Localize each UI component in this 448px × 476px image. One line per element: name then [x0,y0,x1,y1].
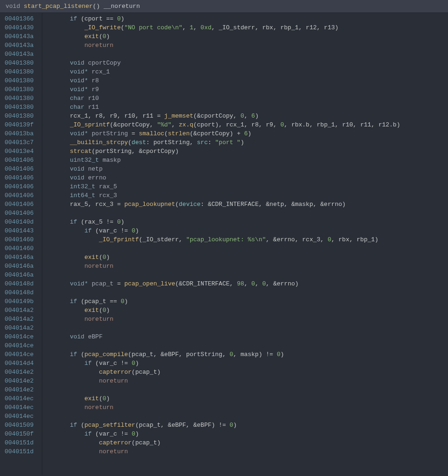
code-line[interactable] [55,288,448,297]
code-line[interactable]: void* rcx_1 [55,67,448,76]
address-line[interactable]: 0040148d [5,279,39,288]
code-line[interactable]: noreturn [55,262,448,271]
code-line[interactable]: void* portString = smalloc(strlen(&cport… [55,129,448,138]
code-area[interactable]: 00401366004014300040143a0040143a0040143a… [0,13,448,475]
code-line[interactable] [55,341,448,350]
address-line[interactable]: 004014a2 [5,315,39,324]
address-line[interactable]: 004014e2 [5,368,39,377]
code-line[interactable]: if (pcap_compile(pcap_t, &eBPF, portStri… [55,350,448,359]
code-line[interactable]: uint32_t maskp [55,156,448,165]
address-line[interactable]: 0040140d [5,218,39,226]
address-line[interactable]: 004014ce [5,341,39,350]
address-line[interactable]: 00401380 [5,76,39,85]
code-line[interactable]: char r10 [55,94,448,103]
address-line[interactable]: 00401460 [5,235,39,244]
code-line[interactable]: void* r8 [55,76,448,85]
address-line[interactable]: 004014ec [5,403,39,412]
address-line[interactable]: 00401406 [5,209,39,218]
code-line[interactable]: __builtin_strcpy(dest: portString, src: … [55,138,448,147]
code-line[interactable]: exit(0) [55,253,448,262]
address-line[interactable]: 00401406 [5,191,39,200]
code-line[interactable] [55,271,448,279]
code-line[interactable]: noreturn [55,315,448,324]
code-line[interactable]: _IO_fwrite("NO port code\n", 1, 0xd, _IO… [55,23,448,32]
code-line[interactable]: void* r9 [55,85,448,94]
address-gutter[interactable]: 00401366004014300040143a0040143a0040143a… [0,13,42,475]
address-line[interactable]: 004014d4 [5,359,39,368]
address-line[interactable]: 0040143a [5,41,39,50]
code-line[interactable]: exit(0) [55,32,448,41]
address-line[interactable]: 004013e4 [5,147,39,156]
address-line[interactable]: 00401380 [5,103,39,112]
code-line[interactable] [55,385,448,394]
address-line[interactable]: 0040151d [5,438,39,447]
address-line[interactable]: 00401380 [5,112,39,120]
address-line[interactable]: 004014ec [5,394,39,403]
code-line[interactable]: capterror(pcap_t) [55,438,448,447]
code-line[interactable]: _IO_sprintf(&cportCopy, "%d", zx.q(cport… [55,120,448,129]
code-line[interactable]: noreturn [55,403,448,412]
address-line[interactable]: 00401460 [5,244,39,253]
code-line[interactable]: char r11 [55,103,448,112]
address-line[interactable]: 004013ba [5,129,39,138]
address-line[interactable]: 00401380 [5,59,39,67]
code-line[interactable]: exit(0) [55,394,448,403]
address-line[interactable]: 0040150f [5,430,39,438]
code-line[interactable]: noreturn [55,377,448,385]
code-line[interactable]: void errno [55,173,448,182]
address-line[interactable]: 00401406 [5,173,39,182]
address-line[interactable]: 0040143a [5,50,39,59]
code-line[interactable]: strcat(portString, &cportCopy) [55,147,448,156]
code-line[interactable]: int32_t rax_5 [55,182,448,191]
code-line[interactable]: void netp [55,165,448,173]
code-line[interactable]: capterror(pcap_t) [55,368,448,377]
address-line[interactable]: 004014a2 [5,324,39,332]
address-line[interactable]: 00401406 [5,200,39,209]
code-line[interactable]: if (var_c != 0) [55,226,448,235]
address-line[interactable]: 0040143a [5,32,39,41]
address-line[interactable]: 00401406 [5,165,39,173]
address-line[interactable]: 0040151d [5,447,39,456]
code-line[interactable]: _IO_fprintf(_IO_stderr, "pcap_lookupnet:… [55,235,448,244]
address-line[interactable]: 00401380 [5,94,39,103]
address-line[interactable]: 00401380 [5,85,39,94]
code-line[interactable] [55,324,448,332]
address-line[interactable]: 0040146a [5,253,39,262]
code-line[interactable]: void* pcap_t = pcap_open_live(&CDR_INTER… [55,279,448,288]
address-line[interactable]: 0040148d [5,288,39,297]
code-line[interactable]: rax_5, rcx_3 = pcap_lookupnet(device: &C… [55,200,448,209]
code-line[interactable]: if (var_c != 0) [55,359,448,368]
address-line[interactable]: 0040146a [5,262,39,271]
code-line[interactable]: void cportCopy [55,59,448,67]
code-line[interactable]: if (pcap_t == 0) [55,297,448,306]
code-line[interactable]: exit(0) [55,306,448,315]
address-line[interactable]: 004014ec [5,412,39,421]
address-line[interactable]: 00401366 [5,14,39,23]
address-line[interactable]: 00401380 [5,67,39,76]
address-line[interactable]: 00401430 [5,23,39,32]
address-line[interactable]: 004014ce [5,350,39,359]
address-line[interactable]: 00401406 [5,156,39,165]
address-line[interactable]: 00401443 [5,226,39,235]
code-line[interactable]: if (cport == 0) [55,14,448,23]
code-line[interactable]: if (rax_5 != 0) [55,218,448,226]
address-line[interactable]: 00401509 [5,421,39,430]
address-line[interactable]: 004013c7 [5,138,39,147]
header-function-name[interactable]: start_pcap_listener [24,3,93,10]
address-line[interactable]: 0040149b [5,297,39,306]
address-line[interactable]: 0040139f [5,120,39,129]
address-line[interactable]: 0040146a [5,271,39,279]
code-line[interactable]: noreturn [55,447,448,456]
code-line[interactable]: rcx_1, r8, r9, r10, r11 = j_memset(&cpor… [55,112,448,120]
code-line[interactable]: noreturn [55,41,448,50]
address-line[interactable]: 004014ce [5,332,39,341]
code-line[interactable]: if (var_c != 0) [55,430,448,438]
code-line[interactable]: void eBPF [55,332,448,341]
code-line[interactable] [55,244,448,253]
code-line[interactable]: if (pcap_setfilter(pcap_t, &eBPF, &eBPF)… [55,421,448,430]
address-line[interactable]: 00401406 [5,182,39,191]
address-line[interactable]: 004014e2 [5,377,39,385]
code-line[interactable] [55,50,448,59]
code-line[interactable] [55,209,448,218]
address-line[interactable]: 004014a2 [5,306,39,315]
